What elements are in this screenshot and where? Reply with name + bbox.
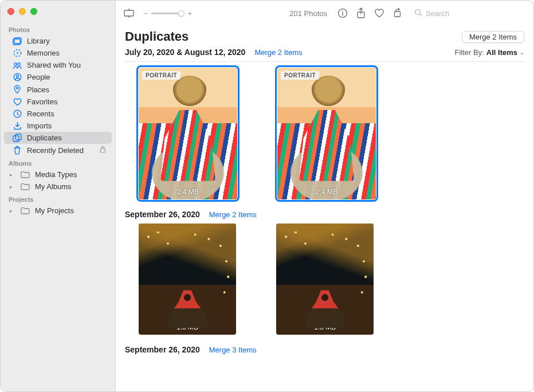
photo-thumbnail[interactable]: 1.3 MB xyxy=(139,224,236,335)
svg-point-7 xyxy=(16,75,18,77)
svg-point-3 xyxy=(17,52,18,54)
chevron-right-icon[interactable]: ▸ xyxy=(10,172,15,178)
group-date-range: September 26, 2020 xyxy=(125,210,200,219)
trash-icon xyxy=(12,146,22,155)
separator xyxy=(125,61,524,62)
svg-rect-13 xyxy=(124,10,134,16)
sidebar-item-people[interactable]: People xyxy=(4,71,112,83)
favorite-icon[interactable] xyxy=(373,7,386,19)
sidebar-item-label: Places xyxy=(27,85,106,94)
svg-rect-11 xyxy=(15,134,21,140)
sidebar-item-duplicates[interactable]: Duplicates xyxy=(4,132,112,144)
zoom-plus-label: + xyxy=(188,9,193,18)
merge-group-link[interactable]: Merge 2 Items xyxy=(209,210,257,219)
zoom-slider[interactable]: − + xyxy=(143,9,192,18)
sidebar-item-label: Favorites xyxy=(27,97,106,106)
file-size-label: 1.3 MB xyxy=(139,323,236,331)
rotate-icon[interactable] xyxy=(391,7,404,19)
clock-icon xyxy=(12,109,22,118)
main: − + 201 Photos xyxy=(116,1,533,391)
folder-icon xyxy=(20,183,30,190)
search-input[interactable] xyxy=(426,9,522,18)
svg-rect-10 xyxy=(13,136,19,142)
sidebar-item-label: Shared with You xyxy=(27,61,106,69)
duplicates-icon xyxy=(12,134,22,142)
thumb-row: 1.3 MB 1.3 MB xyxy=(125,224,524,335)
photo-count: 201 Photos xyxy=(289,9,327,18)
thumb-row: PORTRAIT 2.4 MB PORTRAIT 2.4 MB xyxy=(125,68,524,199)
sidebar-item-label: Imports xyxy=(27,121,106,130)
sidebar: Photos Library Memories Shared with You … xyxy=(1,1,116,391)
toolbar: − + 201 Photos xyxy=(116,1,533,26)
sidebar-item-shared[interactable]: Shared with You xyxy=(4,59,112,71)
group-date-range: July 20, 2020 & August 12, 2020 xyxy=(125,48,245,57)
sidebar-item-label: Media Types xyxy=(35,170,106,179)
group-date-range: September 26, 2020 xyxy=(125,345,200,354)
sidebar-item-label: Duplicates xyxy=(27,134,106,142)
svg-point-15 xyxy=(342,11,343,12)
folder-icon xyxy=(20,171,30,178)
duplicate-group: September 26, 2020 Merge 2 Items 1.3 MB … xyxy=(125,207,524,335)
minimize-window-button[interactable] xyxy=(19,8,26,15)
sidebar-item-places[interactable]: Places xyxy=(4,83,112,96)
sidebar-item-recents[interactable]: Recents xyxy=(4,108,112,120)
filter-prefix: Filter By: xyxy=(455,48,484,57)
photo-thumbnail[interactable]: PORTRAIT 2.4 MB xyxy=(277,68,376,199)
share-icon[interactable] xyxy=(355,7,367,19)
memories-icon xyxy=(12,49,22,57)
heart-icon xyxy=(12,98,22,106)
filter-value: All Items xyxy=(486,48,517,57)
filter-control[interactable]: Filter By: All Items ⌄ xyxy=(455,48,524,57)
svg-point-4 xyxy=(14,62,17,65)
svg-point-5 xyxy=(18,62,21,65)
file-size-label: 2.4 MB xyxy=(277,188,376,196)
import-icon xyxy=(12,121,22,130)
sidebar-section-projects: Projects xyxy=(1,193,115,205)
zoom-minus-label: − xyxy=(143,9,148,18)
fullscreen-window-button[interactable] xyxy=(30,8,37,15)
merge-group-link[interactable]: Merge 2 Items xyxy=(254,48,302,57)
merge-group-link[interactable]: Merge 3 Items xyxy=(209,346,257,354)
page-title: Duplicates xyxy=(125,29,189,44)
sidebar-item-label: People xyxy=(27,73,106,81)
close-window-button[interactable] xyxy=(7,8,14,15)
shared-icon xyxy=(12,61,22,69)
sidebar-item-label: Memories xyxy=(27,49,106,57)
sidebar-section-albums: Albums xyxy=(1,156,115,168)
photo-thumbnail[interactable]: 1.3 MB xyxy=(276,224,374,335)
sidebar-item-imports[interactable]: Imports xyxy=(4,120,112,132)
aspect-toggle-icon[interactable] xyxy=(123,7,135,19)
zoom-track[interactable] xyxy=(151,13,184,14)
photo-thumbnail[interactable]: PORTRAIT 2.4 MB xyxy=(139,68,237,199)
chevron-right-icon[interactable]: ▸ xyxy=(10,208,15,214)
sidebar-section-photos: Photos xyxy=(1,23,115,35)
sidebar-item-library[interactable]: Library xyxy=(4,35,112,47)
duplicate-group: September 26, 2020 Merge 3 Items xyxy=(125,343,524,359)
folder-icon xyxy=(20,207,30,214)
chevron-down-icon: ⌄ xyxy=(520,49,524,56)
sidebar-item-memories[interactable]: Memories xyxy=(4,47,112,59)
sidebar-item-recently-deleted[interactable]: Recently Deleted xyxy=(4,144,112,156)
lock-icon xyxy=(100,146,106,155)
zoom-thumb[interactable] xyxy=(178,10,184,17)
person-circle-icon xyxy=(12,73,22,81)
svg-rect-17 xyxy=(395,11,400,17)
sidebar-item-label: My Projects xyxy=(35,206,106,215)
sidebar-item-label: Recently Deleted xyxy=(27,146,95,155)
search-icon xyxy=(414,9,422,18)
search-field[interactable] xyxy=(410,7,527,20)
sidebar-item-favorites[interactable]: Favorites xyxy=(4,96,112,108)
chevron-right-icon[interactable]: ▸ xyxy=(10,184,15,190)
file-size-label: 2.4 MB xyxy=(139,188,237,196)
sidebar-item-label: Library xyxy=(27,37,106,45)
sidebar-item-my-albums[interactable]: ▸ My Albums xyxy=(4,181,112,193)
svg-rect-12 xyxy=(101,149,105,153)
sidebar-item-label: My Albums xyxy=(35,182,106,191)
merge-selected-button[interactable]: Merge 2 Items xyxy=(462,31,524,43)
info-icon[interactable] xyxy=(336,7,349,19)
svg-point-8 xyxy=(16,87,18,89)
pin-icon xyxy=(12,85,22,94)
sidebar-item-media-types[interactable]: ▸ Media Types xyxy=(4,168,112,181)
duplicate-group: PORTRAIT 2.4 MB PORTRAIT 2.4 MB xyxy=(125,68,524,199)
sidebar-item-my-projects[interactable]: ▸ My Projects xyxy=(4,205,112,217)
